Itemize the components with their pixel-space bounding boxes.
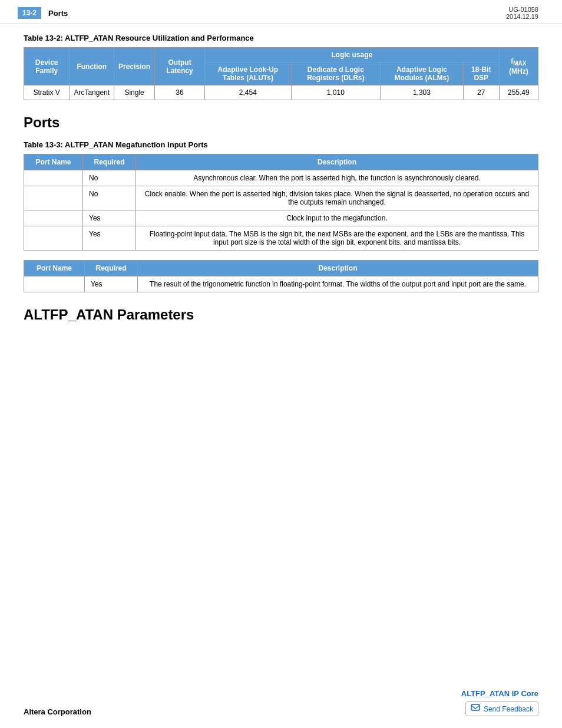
footer-link[interactable]: ALTFP_ATAN IP Core [461,689,538,698]
header-left: 13-2 Ports [18,7,68,19]
col-dsp: 18-Bit DSP [463,62,499,85]
table-row: Yes Floating-point input data. The MSB i… [24,226,538,251]
input-desc-3: Floating-point input data. The MSB is th… [136,226,538,251]
col-port-name-output: Port Name [24,261,85,276]
ports-heading: Ports [24,114,538,131]
input-desc-2: Clock input to the megafunction. [136,210,538,226]
table-row: Yes Clock input to the megafunction. [24,210,538,226]
cell-aluts: 2,454 [204,85,291,100]
resource-utilization-table: Device Family Function Precision Output … [24,47,538,100]
output-required-0: Yes [85,276,138,292]
doc-date: 2014.12.19 [506,13,538,20]
input-required-3: Yes [83,226,136,251]
col-function: Function [70,48,114,85]
col-dlrs: Dedicate d Logic Registers (DLRs) [291,62,380,85]
col-port-name-input: Port Name [24,154,83,170]
output-port-name-0 [24,276,85,292]
altfp-heading: ALTFP_ATAN Parameters [24,307,538,323]
feedback-icon [471,704,480,714]
page-number: 13-2 [18,7,41,19]
cell-dlrs: 1,010 [291,85,380,100]
input-desc-0: Asynchronous clear. When the port is ass… [136,170,538,186]
cell-output-latency: 36 [155,85,205,100]
header-section: Ports [48,9,68,18]
input-port-name-3 [24,226,83,251]
input-port-name-1 [24,186,83,210]
input-ports-table: Port Name Required Description No Asynch… [24,154,538,251]
col-required-output: Required [85,261,138,276]
main-content: Table 13-2: ALTFP_ATAN Resource Utilizat… [0,34,562,356]
page-header: 13-2 Ports UG-01058 2014.12.19 [0,0,562,24]
cell-fmax: 255.49 [499,85,538,100]
cell-function: ArcTangent [70,85,114,100]
input-required-2: Yes [83,210,136,226]
col-aluts: Adaptive Look-Up Tables (ALUTs) [204,62,291,85]
page-footer: Altera Corporation ALTFP_ATAN IP Core Se… [0,689,562,716]
svg-rect-0 [471,704,480,710]
col-alms: Adaptive Logic Modules (ALMs) [380,62,463,85]
input-required-1: No [83,186,136,210]
col-device-family: Device Family [24,48,70,85]
cell-device-family: Stratix V [24,85,70,100]
col-description-output: Description [138,261,538,276]
header-right: UG-01058 2014.12.19 [506,6,538,20]
feedback-label: Send Feedback [484,705,533,713]
col-output-latency: Output Latency [155,48,205,85]
doc-id: UG-01058 [506,6,538,13]
footer-right: ALTFP_ATAN IP Core Send Feedback [461,689,538,716]
send-feedback-button[interactable]: Send Feedback [465,701,538,716]
input-port-name-0 [24,170,83,186]
cell-dsp: 27 [463,85,499,100]
table-row: No Clock enable. When the port is assert… [24,186,538,210]
col-description-input: Description [136,154,538,170]
table1-caption: Table 13-2: ALTFP_ATAN Resource Utilizat… [24,34,538,42]
col-required-input: Required [83,154,136,170]
cell-alms: 1,303 [380,85,463,100]
output-ports-table: Port Name Required Description Yes The r… [24,260,538,292]
input-desc-1: Clock enable. When the port is asserted … [136,186,538,210]
col-precision: Precision [114,48,155,85]
output-desc-0: The result of the trigonometric function… [138,276,538,292]
table-row: Yes The result of the trigonometric func… [24,276,538,292]
table-row: No Asynchronous clear. When the port is … [24,170,538,186]
footer-company: Altera Corporation [24,707,91,716]
input-required-0: No [83,170,136,186]
col-fmax: fMAX (MHz) [499,48,538,85]
cell-precision: Single [114,85,155,100]
input-port-name-2 [24,210,83,226]
table3-caption: Table 13-3: ALTFP_ATAN Megafunction Inpu… [24,140,538,149]
col-logic-usage: Logic usage [204,48,499,62]
table-row: Stratix V ArcTangent Single 36 2,454 1,0… [24,85,538,100]
